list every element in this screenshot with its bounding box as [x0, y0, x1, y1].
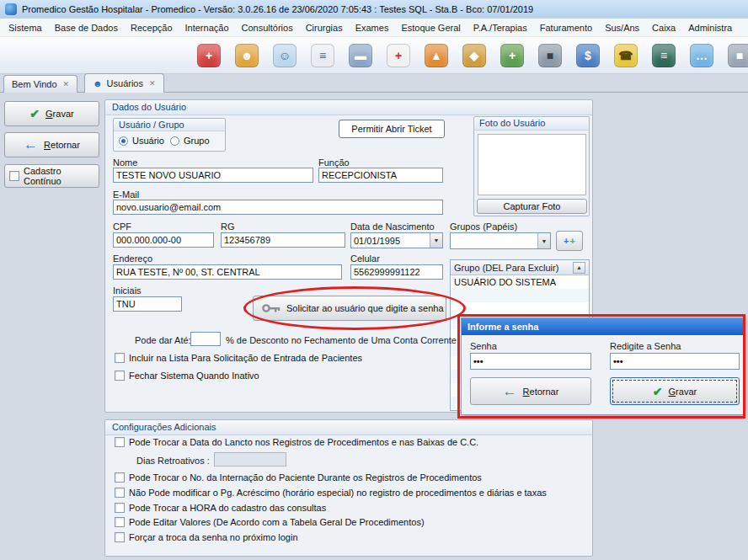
pharmacy-icon[interactable]: + [500, 44, 524, 67]
fechar-sistema-label: Fechar Sistema Quando Inativo [129, 371, 259, 381]
menu-item-exames[interactable]: Exames [350, 20, 395, 35]
celular-label: Celular [350, 253, 380, 264]
ledger-icon[interactable]: ≡ [652, 44, 676, 67]
billing-icon[interactable]: $ [576, 44, 600, 67]
config-row: Pode Trocar a Data do Lancto nos Registr… [115, 437, 478, 447]
chevron-down-icon[interactable]: ▼ [430, 233, 442, 248]
tab-usuarios[interactable]: ☻ Usuários ✕ [84, 73, 164, 93]
radio-usuario[interactable] [119, 136, 128, 146]
close-icon[interactable]: ✕ [149, 79, 156, 88]
dialog-gravar-button[interactable]: ✔ Gravar [610, 377, 740, 405]
capturar-foto-button[interactable]: Capturar Foto [477, 199, 587, 214]
nascimento-combo[interactable]: 01/01/1995 ▼ [350, 232, 443, 248]
incluir-lista-label: Incluir na Lista Para Solicitação de Ent… [129, 353, 362, 363]
retornar-button[interactable]: ← Retornar [4, 132, 99, 157]
dias-retroativos-input [214, 452, 286, 467]
menu-item-base-de-dados[interactable]: Base de Dados [49, 20, 124, 35]
cadastro-continuo-checkbox[interactable] [9, 171, 19, 181]
endereco-label: Endereço [113, 253, 152, 264]
config-label: Não Pode modificar o Pg. Acréscimo (horá… [129, 488, 547, 498]
desconto-input[interactable] [190, 332, 221, 346]
staff-icon[interactable]: ☻ [235, 44, 259, 67]
nome-input[interactable] [113, 168, 313, 183]
tipo-usuario-group: Usuário / Grupo [113, 118, 226, 152]
app-icon [5, 3, 17, 15]
incluir-lista-row: Incluir na Lista Para Solicitação de Ent… [115, 353, 362, 363]
menu-item-internacao[interactable]: Internação [179, 20, 235, 35]
chat-icon[interactable]: … [690, 44, 713, 67]
tab-bem-vindo[interactable]: Bem Vindo ✕ [3, 75, 77, 93]
bed-icon[interactable]: ▬ [349, 44, 372, 67]
nascimento-value: 01/01/1995 [354, 236, 400, 246]
key-icon [262, 303, 280, 313]
config-label: Pode Trocar o No. da Internação do Pacie… [129, 472, 482, 483]
emergency-icon[interactable]: + [197, 44, 221, 67]
menu-item-faturamento[interactable]: Faturamento [534, 20, 598, 35]
solicitar-senha-label: Solicitar ao usuário que digite a senha [286, 303, 444, 313]
tab-bem-vindo-label: Bem Vindo [12, 79, 57, 89]
radio-grupo-row: Grupo [170, 136, 210, 146]
menu-item-sistema[interactable]: Sistema [3, 20, 48, 35]
foto-usuario-caption: Foto do Usuário [474, 117, 589, 131]
permitir-abrir-ticket-label: Permitir Abrir Ticket [351, 124, 431, 134]
tab-usuarios-label: Usuários [107, 78, 143, 88]
config-checkbox[interactable] [115, 532, 125, 542]
fechar-sistema-checkbox[interactable] [115, 371, 125, 381]
email-label: E-Mail [113, 189, 139, 200]
config-checkbox[interactable] [115, 472, 125, 483]
prescription-icon[interactable]: ≡ [311, 44, 334, 67]
config-checkbox[interactable] [115, 437, 125, 447]
celular-input[interactable] [350, 264, 443, 280]
chevron-down-icon[interactable]: ▼ [537, 233, 550, 248]
rg-input[interactable] [221, 232, 345, 248]
menu-item-sus-ans[interactable]: Sus/Ans [599, 20, 645, 35]
back-arrow-icon: ← [24, 141, 38, 149]
cpf-input[interactable] [113, 232, 214, 248]
ambulance-icon[interactable]: + [387, 44, 410, 67]
grupo-list-item[interactable]: USUÁRIO DO SISTEMA [451, 275, 589, 289]
email-input[interactable] [113, 200, 443, 215]
funcao-input[interactable] [318, 168, 443, 183]
phone-icon[interactable]: ☎ [614, 44, 638, 67]
endereco-input[interactable] [113, 264, 342, 280]
config-checkbox[interactable] [115, 503, 125, 513]
cpf-label: CPF [113, 221, 131, 232]
menu-item-administracao[interactable]: Administra [682, 20, 738, 35]
stock-icon[interactable]: ◆ [462, 44, 486, 67]
informe-senha-dialog: Informe a senha Senha Redigite a Senha ←… [461, 317, 744, 415]
menu-item-recepcao[interactable]: Recepção [125, 20, 179, 35]
safe-icon[interactable]: ■ [538, 44, 562, 67]
fechar-sistema-row: Fechar Sistema Quando Inativo [115, 371, 259, 381]
add-grupo-button[interactable]: + + [556, 231, 583, 251]
menu-item-cirurgias[interactable]: Cirurgias [300, 20, 349, 35]
config-label: Pode Editar Valores (De Acordo com a Tab… [129, 517, 425, 527]
grupos-papeis-combo[interactable]: ▼ [450, 232, 551, 249]
configuracoes-adicionais-caption: Configurações Adicionais [105, 420, 592, 435]
close-icon[interactable]: ✕ [63, 80, 70, 88]
title-bar[interactable]: Promedico Gestão Hospitalar - Promedico … [0, 0, 748, 19]
menu-item-estoque-geral[interactable]: Estoque Geral [395, 20, 466, 35]
dialog-retornar-button[interactable]: ← Retornar [470, 377, 591, 405]
iniciais-input[interactable] [113, 296, 182, 312]
grupo-list-header[interactable]: Grupo (DEL Para Excluir) ▲ [451, 260, 589, 275]
config-checkbox[interactable] [115, 517, 125, 527]
redigite-senha-input[interactable] [610, 353, 740, 370]
check-icon: ✔ [653, 385, 663, 398]
doctor-icon[interactable]: ☺ [273, 44, 297, 67]
menu-item-pa-terapias[interactable]: P.A./Terapias [467, 20, 533, 35]
desconto-prefix-label: Pode dar Até: [135, 335, 191, 345]
scroll-up-icon[interactable]: ▲ [573, 262, 585, 274]
gravar-button[interactable]: ✔ Gravar [4, 101, 99, 126]
solicitar-senha-button[interactable]: Solicitar ao usuário que digite a senha [253, 296, 446, 321]
check-icon: ✔ [29, 107, 40, 120]
misc-icon[interactable]: ■ [728, 44, 748, 67]
senha-input[interactable] [470, 353, 591, 370]
menu-item-caixa[interactable]: Caixa [646, 20, 681, 35]
incluir-lista-checkbox[interactable] [115, 353, 125, 363]
radio-grupo[interactable] [170, 136, 179, 146]
menu-item-consultorios[interactable]: Consultórios [236, 20, 299, 35]
permitir-abrir-ticket-button[interactable]: Permitir Abrir Ticket [339, 120, 445, 138]
iniciais-label: Iniciais [113, 285, 142, 296]
config-checkbox[interactable] [115, 488, 125, 498]
chart-icon[interactable]: ▲ [425, 44, 448, 67]
